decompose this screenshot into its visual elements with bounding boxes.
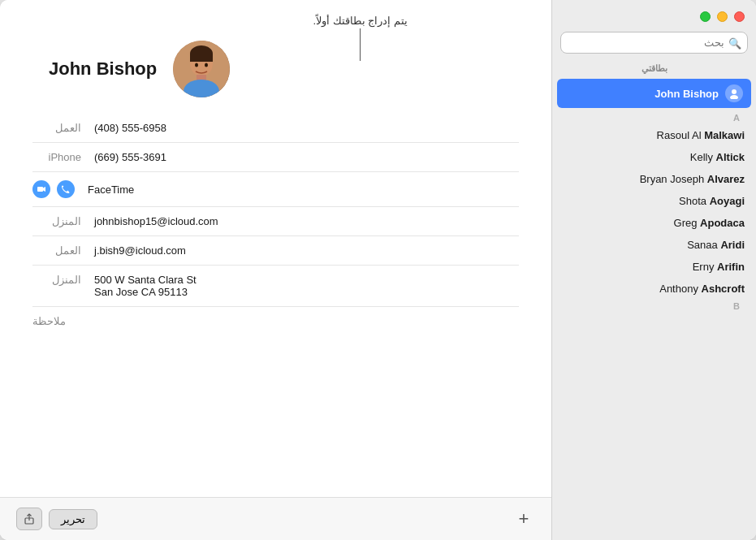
contact-list-name: Rasoul Al Malkawi (657, 129, 745, 141)
share-button[interactable] (16, 508, 42, 530)
svg-point-11 (732, 89, 737, 94)
tooltip: يتم إدراج بطاقتك أولاً. (313, 15, 408, 61)
my-card-avatar-icon (725, 84, 743, 102)
list-item[interactable]: Erny Arifin (557, 256, 751, 278)
field-email-work: j.bish9@icloud.com العمل (32, 236, 519, 266)
share-icon (24, 513, 35, 525)
field-address: 500 W Santa Clara StSan Jose CA 95113 ال… (32, 266, 519, 307)
field-label-iphone: iPhone (32, 151, 81, 163)
edit-button[interactable]: تحرير (49, 509, 97, 529)
alpha-header-a: A (557, 110, 751, 124)
field-label-address: المنزل (32, 274, 81, 286)
search-icon: 🔍 (728, 37, 741, 49)
field-label-work-phone: العمل (32, 122, 81, 134)
contact-list-name: Kelly Altick (690, 151, 745, 163)
my-card-item[interactable]: John Bishop (557, 79, 751, 108)
contact-name: John Bishop (49, 58, 157, 80)
field-label-note: ملاحظة (32, 315, 66, 327)
svg-point-12 (730, 95, 738, 99)
field-note: ملاحظة (32, 307, 519, 335)
contact-header: John Bishop (0, 0, 551, 114)
tooltip-text: يتم إدراج بطاقتك أولاً. (313, 15, 408, 27)
contact-list-name: Anthony Ashcroft (659, 283, 745, 295)
list-item[interactable]: Rasoul Al Malkawi (557, 124, 751, 146)
contact-list: A Rasoul Al Malkawi Kelly Altick Bryan J… (552, 110, 756, 540)
avatar-image (173, 41, 230, 97)
field-label-email-work: العمل (32, 244, 81, 257)
svg-marker-9 (43, 187, 45, 192)
my-card-section-header: بطاقتي (552, 60, 756, 77)
maximize-button[interactable] (700, 11, 711, 22)
contact-list-name: Sanaa Aridi (687, 239, 745, 251)
list-item[interactable]: Shota Aoyagi (557, 190, 751, 212)
minimize-button[interactable] (717, 11, 728, 22)
tooltip-line (360, 28, 361, 61)
alpha-header-b: B (557, 300, 751, 318)
field-value-work-phone: (408) 555-6958 (94, 122, 519, 134)
field-facetime: FaceTime (32, 172, 519, 207)
list-item[interactable]: Kelly Altick (557, 146, 751, 168)
avatar (173, 41, 230, 97)
list-item[interactable]: Sanaa Aridi (557, 234, 751, 256)
search-bar: 🔍 (560, 32, 748, 54)
window-controls (552, 0, 756, 28)
field-value-email-home: johnbishop15@icloud.com (94, 215, 519, 227)
field-iphone: (669) 555-3691 iPhone (32, 143, 519, 172)
phone-icon[interactable] (57, 180, 75, 198)
svg-point-6 (195, 63, 198, 67)
contact-list-name: Greg Apodaca (674, 217, 745, 229)
svg-point-7 (205, 63, 208, 67)
facetime-icons (32, 180, 75, 198)
video-icon[interactable] (32, 180, 50, 198)
my-card-name: John Bishop (654, 88, 719, 100)
field-value-address: 500 W Santa Clara StSan Jose CA 95113 (94, 274, 519, 298)
svg-rect-8 (37, 187, 43, 192)
svg-rect-3 (190, 54, 213, 62)
list-item[interactable]: Greg Apodaca (557, 212, 751, 234)
field-work-phone: (408) 555-6958 العمل (32, 114, 519, 143)
contact-detail-panel: John Bishop (408) 555-6958 العمل (669) 5… (0, 0, 551, 540)
add-contact-button[interactable]: + (512, 508, 535, 530)
field-value-iphone: (669) 555-3691 (94, 151, 519, 163)
bottom-toolbar: تحرير + (0, 497, 551, 540)
search-input[interactable] (560, 32, 748, 54)
field-email-home: johnbishop15@icloud.com المنزل (32, 207, 519, 236)
contact-fields: (408) 555-6958 العمل (669) 555-3691 iPho… (0, 114, 551, 497)
field-value-email-work: j.bish9@icloud.com (94, 244, 519, 257)
field-label-email-home: المنزل (32, 215, 81, 227)
contact-list-name: Shota Aoyagi (679, 195, 745, 207)
close-button[interactable] (734, 11, 745, 22)
list-item[interactable]: Bryan Joseph Alvarez (557, 168, 751, 190)
sidebar: 🔍 بطاقتي John Bishop A Rasoul Al Malkawi… (551, 0, 756, 540)
app-window: John Bishop (408) 555-6958 العمل (669) 5… (0, 0, 756, 540)
facetime-label: FaceTime (88, 184, 134, 196)
contact-list-name: Bryan Joseph Alvarez (640, 173, 745, 185)
list-item[interactable]: Anthony Ashcroft (557, 278, 751, 300)
contact-list-name: Erny Arifin (693, 261, 745, 273)
